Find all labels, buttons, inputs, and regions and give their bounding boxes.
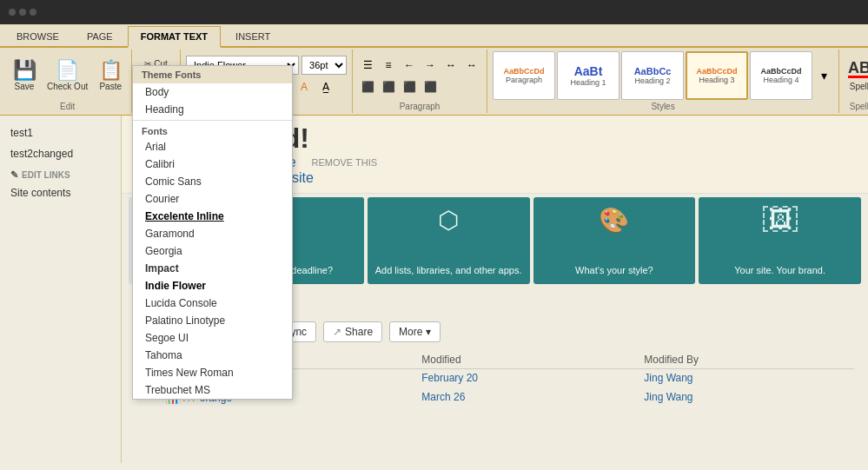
card-4-icon: 🖼 (763, 206, 798, 232)
style-heading3[interactable]: AaBbCcDd Heading 3 (686, 51, 748, 100)
tab-format-text[interactable]: FORMAT TEXT (128, 26, 221, 48)
save-button[interactable]: 💾 Save (9, 51, 40, 100)
row2-date: March 26 (414, 387, 637, 407)
align-center-button[interactable]: ⬛ (379, 77, 398, 96)
numbered-list-button[interactable]: ≡ (379, 56, 398, 75)
ribbon-group-paragraph: ☰ ≡ ← → ↔ ↔ ⬛ ⬛ ⬛ ⬛ Paragraph (353, 50, 487, 113)
decrease-indent-button[interactable]: ← (400, 56, 419, 75)
highlight-button[interactable]: A (295, 77, 314, 96)
row1-author: Jing Wang (637, 369, 854, 387)
spelling-controls: ABC Spelling (845, 51, 868, 100)
h3-label: Heading 3 (699, 76, 735, 84)
card-style[interactable]: 🎨 What's your style? (533, 197, 696, 284)
h2-label: Heading 2 (635, 76, 671, 85)
font-excelente[interactable]: Excelente Inline (133, 208, 292, 225)
font-georgia[interactable]: Georgia (133, 242, 292, 260)
font-indie-flower[interactable]: Indie Flower (133, 277, 292, 295)
style-options: AaBbCcDd Paragraph AaBt Heading 1 AaBbCc… (493, 51, 833, 100)
divider-1 (133, 120, 292, 121)
font-color-button[interactable]: A̲ (316, 77, 335, 96)
font-arial[interactable]: Arial (133, 138, 292, 156)
h1-sample: AaBt (574, 64, 603, 78)
dot-3 (30, 9, 36, 16)
edit-icon: ✎ (10, 169, 18, 181)
styles-more-button[interactable]: ▾ (814, 51, 833, 100)
ribbon-group-spelling: ABC Spelling Spelling (839, 50, 868, 113)
font-body-item[interactable]: Body (133, 83, 292, 101)
card-3-icon: 🎨 (599, 206, 629, 235)
ribbon-group-styles: AaBbCcDd Paragraph AaBt Heading 1 AaBbCc… (487, 50, 839, 113)
spelling-label: Spelling (850, 82, 868, 91)
card-brand[interactable]: 🖼 Your site. Your brand. (699, 197, 861, 284)
spelling-button[interactable]: ABC Spelling (845, 51, 868, 100)
h1-label: Heading 1 (571, 78, 606, 87)
h4-label: Heading 4 (764, 76, 799, 84)
row1-date: February 20 (414, 369, 637, 387)
edit-buttons: 💾 Save 📄 Check Out 📋 Paste (9, 51, 126, 100)
font-trebuchet[interactable]: Trebuchet MS (133, 381, 292, 399)
remove-this-link[interactable]: REMOVE THIS (312, 157, 378, 168)
font-lucida[interactable]: Lucida Console (133, 295, 292, 312)
align-left-button[interactable]: ⬛ (358, 77, 377, 96)
card-2-label: Add lists, libraries, and other apps. (375, 265, 522, 275)
font-tahoma[interactable]: Tahoma (133, 347, 292, 364)
bullet-list-button[interactable]: ☰ (358, 56, 377, 75)
align-justify-button[interactable]: ⬛ (421, 77, 440, 96)
font-calibri[interactable]: Calibri (133, 156, 292, 173)
tab-browse[interactable]: BROWSE (3, 26, 72, 46)
checkout-button[interactable]: 📄 Check Out (43, 51, 91, 100)
style-paragraph[interactable]: AaBbCcDd Paragraph (493, 51, 555, 100)
checkout-icon: 📄 (56, 61, 79, 80)
rtl-button[interactable]: ↔ (462, 56, 481, 75)
paste-label: Paste (99, 82, 122, 91)
ltr-button[interactable]: ↔ (441, 56, 461, 75)
card-2-icon: ⬡ (438, 206, 459, 235)
increase-indent-button[interactable]: → (421, 56, 440, 75)
style-heading4[interactable]: AaBbCcDd Heading 4 (750, 51, 812, 100)
more-button[interactable]: More ▾ (389, 321, 441, 342)
ribbon-group-edit: 💾 Save 📄 Check Out 📋 Paste Edit (3, 50, 132, 113)
sidebar-site-contents[interactable]: Site contents (0, 182, 121, 203)
style-heading2[interactable]: AaBbCc Heading 2 (621, 51, 684, 100)
spelling-icon: ABC (848, 60, 868, 78)
card-lists[interactable]: ⬡ Add lists, libraries, and other apps. (368, 197, 530, 284)
row1-date-link[interactable]: February 20 (421, 372, 478, 384)
font-courier[interactable]: Courier (133, 190, 292, 208)
sidebar: test1 test2changed ✎ EDIT LINKS Site con… (0, 116, 122, 463)
tab-page[interactable]: PAGE (74, 26, 126, 46)
list-row: ☰ ≡ ← → ↔ ↔ (358, 56, 481, 75)
col-modified: Modified (414, 351, 637, 369)
row2-author: Jing Wang (637, 387, 854, 407)
font-heading-item[interactable]: Heading (133, 101, 292, 118)
font-times[interactable]: Times New Roman (133, 364, 292, 381)
font-size-select[interactable]: 36pt (301, 56, 347, 75)
para-buttons: ☰ ≡ ← → ↔ ↔ ⬛ ⬛ ⬛ ⬛ (358, 56, 481, 96)
row2-author-link[interactable]: Jing Wang (644, 391, 692, 403)
save-label: Save (15, 82, 35, 91)
tab-insert[interactable]: INSERT (222, 26, 283, 46)
h2-sample: AaBbCc (634, 66, 672, 76)
paragraph-sample: AaBbCcDd (504, 67, 545, 76)
share-button[interactable]: ↗ Share (323, 321, 382, 342)
style-heading1[interactable]: AaBt Heading 1 (557, 51, 620, 100)
share-label: Share (345, 326, 373, 338)
row1-author-link[interactable]: Jing Wang (644, 372, 692, 384)
font-comicsans[interactable]: Comic Sans (133, 173, 292, 190)
paste-icon: 📋 (99, 61, 123, 80)
title-bar (0, 0, 868, 24)
dot-1 (9, 9, 16, 16)
paste-button[interactable]: 📋 Paste (95, 51, 126, 100)
align-right-button[interactable]: ⬛ (400, 77, 419, 96)
para-controls: ☰ ≡ ← → ↔ ↔ ⬛ ⬛ ⬛ ⬛ (358, 51, 481, 100)
ribbon: 💾 Save 📄 Check Out 📋 Paste Edit ✂ Cut Co… (0, 48, 868, 116)
row2-date-link[interactable]: March 26 (421, 391, 465, 403)
sidebar-item-test2[interactable]: test2changed (0, 143, 121, 164)
font-garamond[interactable]: Garamond (133, 225, 292, 242)
font-impact[interactable]: Impact (133, 260, 292, 277)
styles-thumbnails: AaBbCcDd Paragraph AaBt Heading 1 AaBbCc… (493, 51, 833, 100)
font-segoe[interactable]: Segoe UI (133, 329, 292, 347)
font-palatino[interactable]: Palatino Linotype (133, 312, 292, 329)
theme-fonts-header: Theme Fonts (133, 66, 292, 83)
sidebar-edit-links[interactable]: ✎ EDIT LINKS (0, 164, 121, 182)
sidebar-item-test1[interactable]: test1 (0, 122, 121, 143)
